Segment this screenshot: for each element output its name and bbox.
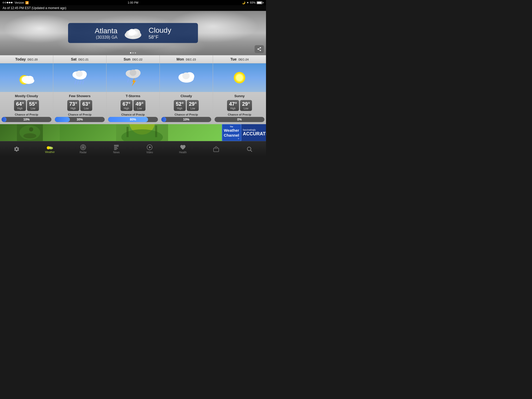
precip-fill-3 — [161, 117, 166, 122]
current-weather-icon — [123, 26, 143, 39]
svg-line-14 — [75, 81, 76, 84]
share-button[interactable] — [255, 45, 264, 53]
location-info: Atlanta (30339) GA — [95, 26, 117, 39]
svg-point-29 — [182, 72, 190, 79]
day-date-0: DEC-20 — [27, 58, 38, 61]
current-condition: Cloudy — [149, 26, 171, 35]
day-name-2: Sun — [124, 57, 130, 61]
ad-ski-image — [17, 124, 43, 141]
day-col-2[interactable]: Sun DEC-22 T-Storms 67° High 49° Low Cha… — [107, 55, 160, 124]
svg-line-16 — [80, 81, 81, 84]
page-dot-2 — [132, 52, 134, 54]
nav-item-news[interactable]: News — [100, 141, 133, 157]
day-col-0[interactable]: Today DEC-20 Mostly Cloudy 64° High 55° … — [0, 55, 53, 124]
svg-rect-40 — [127, 127, 129, 137]
condition-text-3: Cloudy — [161, 94, 211, 98]
day-col-3[interactable]: Mon DEC-23 Cloudy 52° High 29° Low Chanc… — [160, 55, 213, 124]
high-temp-4: 47° High — [227, 100, 239, 111]
signal-dot-4 — [9, 2, 10, 3]
svg-rect-57 — [214, 148, 219, 152]
condition-text-2: T-Storms — [108, 94, 158, 98]
status-time: 1:00 PM — [128, 1, 138, 4]
city-name: Atlanta — [95, 26, 117, 35]
precip-section-1: Chance of Precip 30% — [55, 113, 105, 122]
precip-pct-3: 10% — [183, 118, 189, 121]
day-col-4[interactable]: Tue DEC-24 Sunny 47° High 29° Low Chance… — [213, 55, 266, 124]
day-icon-3 — [160, 63, 213, 92]
precip-bar-3: 10% — [161, 117, 211, 122]
condition-text-4: Sunny — [215, 94, 264, 98]
svg-rect-50 — [114, 145, 119, 146]
weather-nav-label: Weather — [45, 151, 55, 154]
svg-point-48 — [83, 147, 84, 148]
nav-item-radar[interactable]: Radar — [66, 141, 100, 157]
news-nav-label: News — [113, 151, 119, 154]
bluetooth-icon: ⁕ — [247, 1, 249, 4]
search-icon — [246, 146, 252, 152]
high-temp-2: 67° High — [121, 100, 132, 111]
svg-line-59 — [251, 150, 252, 152]
nav-item-search[interactable] — [233, 141, 266, 157]
nav-item-video[interactable]: Video — [133, 141, 166, 157]
day-details-2: T-Storms 67° High 49° Low Chance of Prec… — [107, 92, 159, 124]
day-icon-4 — [213, 63, 266, 92]
precip-section-4: Chance of Precip 0% — [215, 113, 264, 122]
twc-name: Weather — [224, 128, 239, 133]
day-header-2: Sun DEC-22 — [107, 55, 159, 63]
precip-label-2: Chance of Precip — [108, 113, 158, 116]
temp-boxes-4: 47° High 29° Low — [215, 100, 264, 111]
signal-dot-1 — [3, 2, 4, 3]
moon-icon: 🌙 — [242, 1, 245, 4]
twc-registered: ® — [224, 138, 239, 140]
nav-item-bag[interactable] — [200, 141, 233, 157]
svg-point-21 — [130, 70, 136, 76]
ad-center-image — [60, 124, 224, 141]
day-name-1: Sat — [71, 57, 77, 61]
temp-boxes-0: 64° High 55° Low — [2, 100, 51, 111]
low-temp-1: 63° Low — [80, 100, 92, 111]
precip-pct-1: 30% — [77, 118, 83, 121]
day-name-0: Today — [15, 57, 26, 61]
temp-boxes-1: 73° High 63° Low — [55, 100, 105, 111]
svg-rect-41 — [155, 125, 157, 137]
video-icon — [146, 144, 153, 150]
precip-section-0: Chance of Precip 10% — [2, 113, 51, 122]
svg-point-13 — [76, 71, 83, 77]
svg-rect-53 — [114, 148, 118, 149]
day-details-0: Mostly Cloudy 64° High 55° Low Chance of… — [0, 92, 53, 124]
ad-banner[interactable]: The Weather Channel ® fascinatingly ACCU… — [0, 124, 266, 141]
svg-rect-54 — [114, 149, 117, 150]
svg-point-58 — [247, 147, 251, 151]
page-dot-1 — [130, 52, 131, 54]
status-left: Verizon 📶 — [3, 1, 29, 4]
precip-pct-0: 10% — [23, 118, 30, 121]
svg-rect-51 — [114, 146, 119, 147]
day-date-2: DEC-22 — [131, 58, 142, 61]
day-col-1[interactable]: Sat DEC-21 Few Showers 73° High 63° Low … — [53, 55, 107, 124]
precip-pct-4: 0% — [237, 118, 242, 121]
cloud-svg — [123, 26, 143, 39]
nav-item-weather[interactable]: Weather — [33, 141, 66, 157]
condition-text-0: Mostly Cloudy — [2, 94, 51, 98]
day-header-4: Tue DEC-24 — [213, 55, 266, 63]
signal-dot-5 — [11, 2, 12, 3]
precip-section-3: Chance of Precip 10% — [161, 113, 211, 122]
news-icon — [113, 144, 119, 150]
share-icon — [257, 47, 262, 51]
svg-line-23 — [130, 79, 131, 82]
battery-indicator — [257, 1, 263, 4]
ad-nature-image — [116, 124, 168, 141]
twc-the: The — [224, 125, 239, 128]
forecast-section: Today DEC-20 Mostly Cloudy 64° High 55° … — [0, 55, 266, 124]
precip-section-2: Chance of Precip 80% — [108, 113, 158, 122]
precip-label-3: Chance of Precip — [161, 113, 211, 116]
twc-logo-box: The Weather Channel ® — [222, 124, 241, 141]
weather-channel-logo: The Weather Channel ® fascinatingly ACCU… — [222, 124, 266, 141]
high-temp-0: 64° High — [14, 100, 26, 111]
day-details-4: Sunny 47° High 29° Low Chance of Precip … — [213, 92, 266, 124]
svg-point-32 — [236, 74, 243, 81]
wifi-icon: 📶 — [25, 1, 29, 4]
low-temp-2: 49° Low — [134, 100, 145, 111]
nav-item-settings[interactable] — [0, 141, 33, 157]
nav-item-health[interactable]: Health — [166, 141, 200, 157]
